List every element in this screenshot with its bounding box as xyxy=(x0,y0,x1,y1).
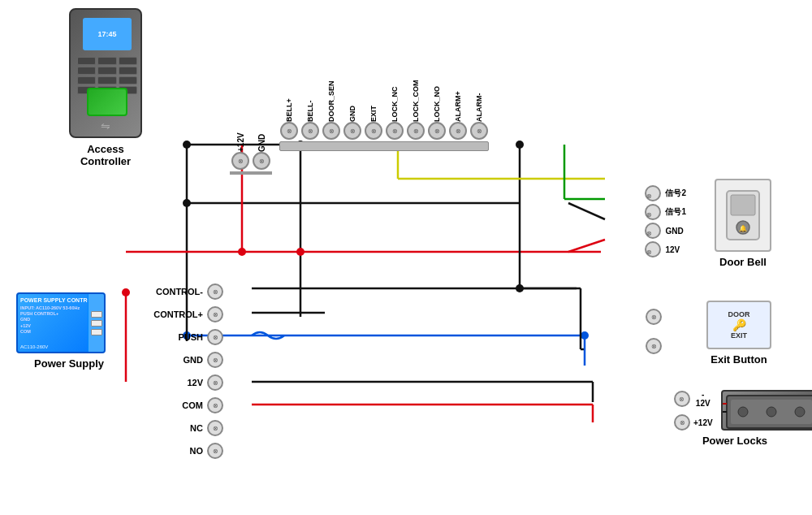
svg-point-9 xyxy=(296,248,304,256)
svg-point-35 xyxy=(122,288,130,296)
lt-12v: 12V ⊗ xyxy=(138,371,223,394)
lt-label-com: COM xyxy=(138,400,203,410)
ac-screen: 17:45 xyxy=(83,18,132,50)
diagram-container: 17:45 ⇋ Access Controller +12V ⊗ GND ⊗ xyxy=(0,0,812,515)
term-label-lockno: LOCK_NO xyxy=(433,65,441,122)
pl-screw-plus: ⊗ xyxy=(674,414,690,431)
db-device: 🔔 xyxy=(715,179,771,252)
rt-screw-sig2: ⊗ xyxy=(645,185,661,201)
terminal-group1: +12V ⊗ GND ⊗ xyxy=(230,110,272,175)
rt-label-12v-db: 12V xyxy=(665,245,680,254)
screw-gnd1: ⊗ xyxy=(253,152,270,170)
svg-point-14 xyxy=(581,331,589,340)
lt-label-12v: 12V xyxy=(138,378,203,387)
rt-sig2: ⊗ 信号2 xyxy=(645,185,686,201)
ac-label: Access Controller xyxy=(61,143,150,167)
rt-label-gnd-db: GND xyxy=(665,227,683,236)
term-label-alarmp: ALARM+ xyxy=(454,65,462,122)
lt-label-controlp: CONTROL+ xyxy=(138,309,203,319)
lt-screw-controlm: ⊗ xyxy=(207,283,223,300)
power-supply: POWER SUPPLY CONTROL INPUT: AC110-260V 5… xyxy=(16,292,122,370)
exit-button: DOOR 🔑 EXIT ⊗ ⊗ Exit Button xyxy=(686,301,792,366)
pl-term-minus: ⊗ - 12V xyxy=(674,390,713,408)
ac-device: 17:45 ⇋ xyxy=(69,8,142,138)
term-label-gnd2: GND xyxy=(348,65,356,122)
ps-label: Power Supply xyxy=(16,357,122,370)
eb-label: Exit Button xyxy=(686,353,792,366)
lt-screw-gnd: ⊗ xyxy=(207,352,223,368)
lt-label-gnd: GND xyxy=(138,355,203,365)
rt-screw-sig1: ⊗ xyxy=(645,204,661,220)
lt-label-controlm: CONTROL- xyxy=(138,287,203,296)
svg-point-45 xyxy=(738,407,748,417)
svg-point-4 xyxy=(183,199,191,207)
svg-point-2 xyxy=(183,141,191,149)
power-locks: ⊗ - 12V ⊗ +12V xyxy=(674,390,796,447)
term-label-bellp: BELL+ xyxy=(285,65,293,122)
term-label-doorsen: DOOR_SEN xyxy=(327,65,335,122)
door-bell: 🔔 Door Bell xyxy=(694,179,792,268)
eb-device: DOOR 🔑 EXIT xyxy=(706,301,771,349)
lt-screw-no: ⊗ xyxy=(207,443,223,459)
term-label-alarmm: ALARM- xyxy=(475,65,483,122)
eb-screw-bot: ⊗ xyxy=(646,338,662,354)
term-label-gnd1: GND xyxy=(257,110,266,152)
svg-rect-40 xyxy=(731,195,755,215)
rt-12v-db: ⊗ 12V xyxy=(645,241,686,258)
left-terminal-block: CONTROL- ⊗ CONTROL+ ⊗ PUSH ⊗ GND ⊗ 12V ⊗… xyxy=(138,280,223,462)
term-label-exit: EXIT xyxy=(369,65,378,122)
eb-icon: 🔑 xyxy=(732,318,746,331)
lt-gnd: GND ⊗ xyxy=(138,348,223,371)
lt-screw-12v: ⊗ xyxy=(207,374,223,391)
lt-no: NO ⊗ xyxy=(138,439,223,462)
svg-point-46 xyxy=(767,407,776,417)
screw-12v: ⊗ xyxy=(231,152,249,170)
svg-line-25 xyxy=(568,203,605,219)
term-label-12v: +12V xyxy=(236,110,245,152)
term-label-bellm: BELL- xyxy=(306,65,314,122)
ps-device: POWER SUPPLY CONTROL INPUT: AC110-260V 5… xyxy=(16,292,106,353)
lt-push: PUSH ⊗ xyxy=(138,326,223,348)
pl-label-minus: - 12V xyxy=(693,390,713,408)
lt-screw-controlp: ⊗ xyxy=(207,306,223,322)
ac-time: 17:45 xyxy=(97,30,116,38)
lt-control-plus: CONTROL+ ⊗ xyxy=(138,303,223,326)
pl-label: Power Locks xyxy=(674,435,796,447)
lt-label-push: PUSH xyxy=(138,332,203,342)
svg-point-47 xyxy=(795,407,805,417)
lt-control-minus: CONTROL- ⊗ xyxy=(138,280,223,303)
db-label: Door Bell xyxy=(694,256,792,268)
lt-screw-nc: ⊗ xyxy=(207,420,223,436)
eb-text-door: DOOR xyxy=(728,310,750,318)
pl-terminal: ⊗ - 12V ⊗ +12V xyxy=(674,390,713,431)
rt-screw-12v-db: ⊗ xyxy=(645,241,661,258)
rt-gnd-db: ⊗ GND xyxy=(645,223,686,239)
svg-point-18 xyxy=(516,141,524,149)
svg-text:🔔: 🔔 xyxy=(739,224,747,232)
term-label-lockcom: LOCK_COM xyxy=(412,65,420,122)
rt-screw-gnd-db: ⊗ xyxy=(645,223,661,239)
lt-com: COM ⊗ xyxy=(138,394,223,417)
pl-device xyxy=(721,390,812,431)
rt-label-sig1: 信号1 xyxy=(665,206,686,218)
eb-screw-top: ⊗ xyxy=(646,309,662,325)
right-terminal-doorbell: ⊗ 信号2 ⊗ 信号1 ⊗ GND ⊗ 12V xyxy=(645,185,686,258)
pl-label-plus: +12V xyxy=(693,418,713,427)
pl-term-plus: ⊗ +12V xyxy=(674,414,713,431)
term-label-locknc: LOCK_NC xyxy=(391,65,399,122)
rt-sig1: ⊗ 信号1 xyxy=(645,204,686,220)
lt-label-no: NO xyxy=(138,446,203,456)
eb-terminal: ⊗ ⊗ xyxy=(646,309,662,354)
terminal-group2: BELL+ ⊗ BELL- ⊗ DOOR_SEN ⊗ GND ⊗ EXIT ⊗ … xyxy=(279,65,489,151)
svg-point-11 xyxy=(238,248,246,256)
ac-fingerprint xyxy=(87,88,127,116)
svg-line-26 xyxy=(568,240,605,252)
svg-point-19 xyxy=(516,284,524,292)
rt-label-sig2: 信号2 xyxy=(665,188,686,199)
lt-label-nc: NC xyxy=(138,423,203,433)
access-controller: 17:45 ⇋ Access Controller xyxy=(61,8,150,167)
pl-icon xyxy=(723,392,812,432)
pl-screw-minus: ⊗ xyxy=(674,391,690,407)
lt-screw-com: ⊗ xyxy=(207,397,223,413)
lt-screw-push: ⊗ xyxy=(207,329,223,345)
